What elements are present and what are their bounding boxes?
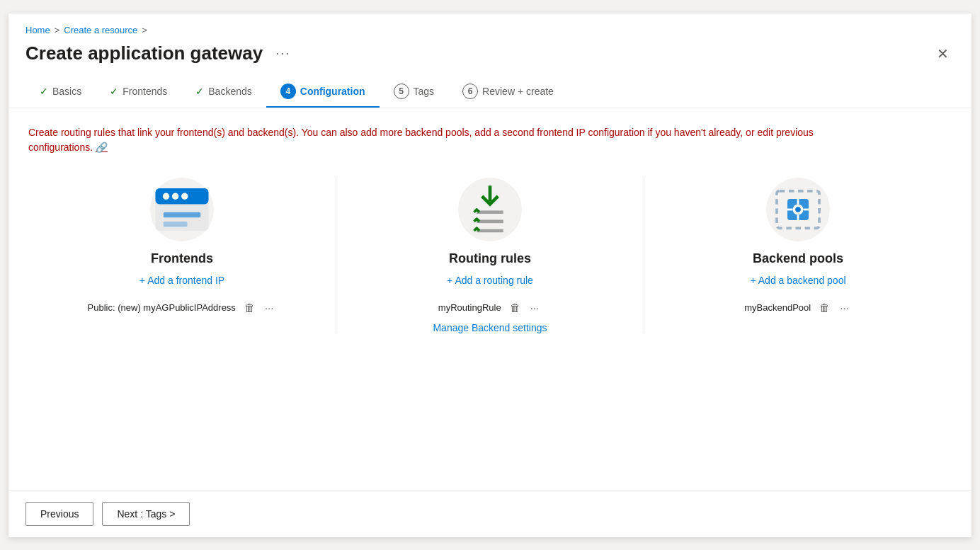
tab-configuration-label: Configuration [300,86,365,97]
svg-point-3 [172,193,178,199]
tab-tags-label: Tags [414,86,435,97]
breadcrumb-sep2: > [142,25,147,35]
main-panel: Home > Create a resource > Create applic… [8,13,972,537]
tab-backends-label: Backends [208,86,251,97]
backend-pools-title: Backend pools [753,251,843,266]
backend-item-label: myBackendPool [744,302,811,313]
routing-rules-column: Routing rules + Add a routing rule myRou… [336,178,644,333]
check-icon-backends: ✓ [195,86,204,97]
tab-tags[interactable]: 5 Tags [380,76,449,108]
tab-configuration[interactable]: 4 Configuration [266,76,380,108]
tab-num-configuration: 4 [280,84,296,99]
backend-item-actions: 🗑 ··· [816,300,852,315]
breadcrumb-home[interactable]: Home [25,25,50,35]
panel-header: Home > Create a resource > Create applic… [8,13,972,108]
more-frontend-button[interactable]: ··· [262,300,277,315]
info-text: Create routing rules that link your fron… [28,125,878,155]
more-routing-button[interactable]: ··· [528,300,542,315]
breadcrumb: Home > Create a resource > [25,25,955,35]
svg-point-4 [181,193,188,199]
frontends-icon [150,178,214,241]
tab-frontends[interactable]: ✓ Frontends [96,79,181,105]
title-row: Create application gateway ··· ✕ [25,42,955,65]
title-left: Create application gateway ··· [25,42,295,64]
add-backend-pool-link[interactable]: + Add a backend pool [750,275,845,286]
routing-icon [458,178,522,241]
breadcrumb-sep1: > [55,25,60,35]
close-button[interactable]: ✕ [931,42,955,65]
frontend-item-actions: 🗑 ··· [241,300,277,315]
svg-point-2 [163,193,169,199]
more-options-button[interactable]: ··· [271,45,295,62]
tab-basics-label: Basics [52,86,81,97]
delete-backend-button[interactable]: 🗑 [816,300,833,315]
more-backend-button[interactable]: ··· [837,300,852,315]
frontends-icon-circle [150,178,214,241]
check-icon-frontends: ✓ [110,86,118,97]
tab-basics[interactable]: ✓ Basics [25,79,96,105]
add-frontend-ip-link[interactable]: + Add a frontend IP [139,275,224,286]
tab-frontends-label: Frontends [122,86,167,97]
backend-item-row: myBackendPool 🗑 ··· [659,300,938,315]
frontend-item-row: Public: (new) myAGPublicIPAddress 🗑 ··· [42,300,321,315]
frontends-column: Frontends + Add a frontend IP Public: (n… [28,178,336,333]
frontends-title: Frontends [151,251,213,266]
tab-backends[interactable]: ✓ Backends [181,79,266,105]
backend-icon-circle [766,178,830,241]
svg-point-14 [795,207,801,212]
page-title: Create application gateway [25,42,263,64]
routing-rules-title: Routing rules [449,251,531,266]
tab-review[interactable]: 6 Review + create [448,76,568,108]
routing-icon-circle [458,178,522,241]
routing-item-actions: 🗑 ··· [507,300,542,315]
frontend-item-label: Public: (new) myAGPublicIPAddress [88,302,236,313]
routing-item-label: myRoutingRule [438,302,501,313]
panel-content: Create routing rules that link your fron… [8,108,972,490]
svg-rect-5 [164,212,201,217]
svg-rect-6 [164,221,188,227]
check-icon-basics: ✓ [40,86,48,97]
backend-pools-column: Backend pools + Add a backend pool myBac… [644,178,952,333]
panel-footer: Previous Next : Tags > [8,490,972,537]
tab-num-tags: 5 [394,84,409,99]
previous-button[interactable]: Previous [25,502,93,526]
manage-backend-settings-link[interactable]: Manage Backend settings [433,322,547,333]
breadcrumb-create-resource[interactable]: Create a resource [64,25,137,35]
info-link[interactable]: 🔗 [96,142,108,153]
delete-frontend-button[interactable]: 🗑 [241,300,258,315]
add-routing-rule-link[interactable]: + Add a routing rule [447,275,533,286]
tab-num-review: 6 [462,84,478,99]
backend-icon [766,178,830,241]
routing-item-row: myRoutingRule 🗑 ··· [351,300,629,315]
tab-review-label: Review + create [482,86,554,97]
next-button[interactable]: Next : Tags > [102,502,190,526]
tabs-bar: ✓ Basics ✓ Frontends ✓ Backends 4 Config… [25,76,955,108]
delete-routing-button[interactable]: 🗑 [507,300,523,315]
columns: Frontends + Add a frontend IP Public: (n… [28,178,952,333]
